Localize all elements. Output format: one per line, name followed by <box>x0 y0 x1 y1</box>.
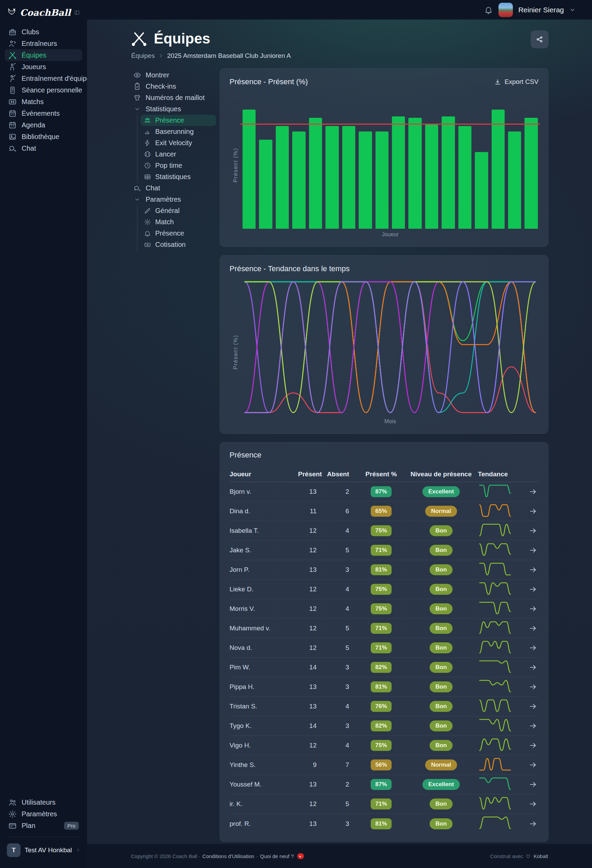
absent-count: 7 <box>326 761 358 769</box>
bar-jorn-p[interactable] <box>309 118 322 229</box>
row-arrow-icon[interactable] <box>529 683 537 691</box>
subnav-item-montrer[interactable]: Montrer <box>130 69 216 81</box>
sidebar-item-clubs[interactable]: Clubs <box>5 26 82 38</box>
bar-ir-k[interactable] <box>508 131 521 229</box>
bar-jake-s[interactable] <box>292 131 305 229</box>
sidebar-item-seance-personnelle[interactable]: Séance personnelle <box>5 84 82 96</box>
table-row-tygo-k[interactable]: Tygo K.14382%Bon <box>229 716 539 736</box>
subnav-item-parametres-general[interactable]: Général <box>141 205 216 216</box>
sidebar-item-equipes[interactable]: Équipes <box>5 49 82 61</box>
sidebar-item-evenements[interactable]: Événements <box>5 108 82 119</box>
right-column: Reinier Sierag Équipes Équipes <box>87 0 592 868</box>
bar-tygo-k[interactable] <box>442 117 454 229</box>
row-arrow-icon[interactable] <box>529 820 537 828</box>
row-arrow-icon[interactable] <box>529 800 537 808</box>
subnav-item-numeros-de-maillot[interactable]: Numéros de maillot <box>130 92 216 103</box>
bar-prof-r[interactable] <box>524 118 537 229</box>
sidebar-item-matchs[interactable]: Matchs <box>5 96 82 108</box>
export-csv-button[interactable]: Export CSV <box>494 78 539 86</box>
table-row-pippa-h[interactable]: Pippa H.13381%Bon <box>229 677 539 697</box>
table-row-prof-r[interactable]: prof. R.13381%Bon <box>229 814 539 833</box>
user-avatar[interactable] <box>499 3 513 17</box>
bar-lieke-d[interactable] <box>326 126 339 229</box>
row-arrow-icon[interactable] <box>529 722 537 730</box>
row-arrow-icon[interactable] <box>529 663 537 672</box>
sidebar-item-chat[interactable]: Chat <box>5 142 82 154</box>
subnav-item-statistiques-pop-time[interactable]: Pop time <box>141 160 216 171</box>
table-row-youssef-m[interactable]: Youssef M.13287%Excellent <box>229 775 539 794</box>
breadcrumb-root[interactable]: Équipes <box>131 52 155 60</box>
subnav-item-statistiques-baserunning[interactable]: Baserunning <box>141 126 216 137</box>
subnav-item-chat[interactable]: Chat <box>130 183 216 194</box>
subnav-item-parametres-presence[interactable]: Présence <box>141 228 216 239</box>
chevron-down-icon[interactable] <box>570 7 576 13</box>
workspace-switcher[interactable]: T Test AV Honkbal <box>5 843 82 858</box>
table-row-bjorn-v[interactable]: Bjorn v.13287%Excellent <box>229 482 539 502</box>
row-arrow-icon[interactable] <box>529 780 537 788</box>
table-row-muhammed-v[interactable]: Muhammed v.12571%Bon <box>229 619 539 638</box>
row-arrow-icon[interactable] <box>529 527 537 535</box>
bar-nova-d[interactable] <box>376 131 389 229</box>
table-row-jake-s[interactable]: Jake S.12571%Bon <box>229 541 539 560</box>
row-arrow-icon[interactable] <box>529 761 537 769</box>
whats-new-link[interactable]: Quoi de neuf ? <box>260 853 294 859</box>
terms-link[interactable]: Conditions d'Utilisation <box>203 853 254 859</box>
row-arrow-icon[interactable] <box>529 487 537 496</box>
sidebar-item-utilisateurs[interactable]: Utilisateurs <box>5 796 82 808</box>
table-row-nova-d[interactable]: Nova d.12571%Bon <box>229 638 539 658</box>
bar-muhammed-v[interactable] <box>359 131 372 229</box>
sidebar-item-entraineurs[interactable]: Entraîneurs <box>5 38 82 49</box>
sidebar-item-parametres[interactable]: Paramètres <box>5 808 82 820</box>
kobalt-brand-link[interactable]: Kobalt <box>533 853 548 859</box>
notifications-bell-icon[interactable] <box>484 6 493 15</box>
table-row-lieke-d[interactable]: Lieke D.12475%Bon <box>229 580 539 599</box>
table-row-vigo-h[interactable]: Vigo H.12475%Bon <box>229 736 539 755</box>
bar-yinthe-s[interactable] <box>475 152 488 229</box>
table-row-jorn-p[interactable]: Jorn P.13381%Bon <box>229 560 539 580</box>
sidebar-item-bibliotheque[interactable]: Bibliothèque <box>5 131 82 142</box>
row-arrow-icon[interactable] <box>529 644 537 652</box>
sidebar: CoachBall ClubsEntraîneursÉquipesJoueurs… <box>0 0 87 868</box>
sidebar-collapse-icon[interactable] <box>74 8 80 17</box>
sidebar-item-plan[interactable]: PlanPro <box>5 820 82 831</box>
table-row-isabella-t[interactable]: Isabella T.12475%Bon <box>229 521 539 541</box>
row-arrow-icon[interactable] <box>529 605 537 613</box>
bar-bjorn-v[interactable] <box>243 109 256 229</box>
bar-isabella-t[interactable] <box>276 126 289 229</box>
sidebar-item-joueurs[interactable]: Joueurs <box>5 61 82 72</box>
row-arrow-icon[interactable] <box>529 585 537 593</box>
logo[interactable]: CoachBall <box>5 6 82 26</box>
subnav-item-statistiques-statistiques[interactable]: Statistiques <box>141 171 216 183</box>
table-row-morris-v[interactable]: Morris V.12475%Bon <box>229 599 539 619</box>
subnav-item-statistiques-lancer[interactable]: Lancer <box>141 149 216 160</box>
table-row-tristan-s[interactable]: Tristan S.13476%Bon <box>229 697 539 716</box>
bar-pim-w[interactable] <box>392 117 405 229</box>
sidebar-item-entrainement-d-equipe[interactable]: Entraînement d'équipe <box>5 72 82 84</box>
subnav-item-parametres-cotisation[interactable]: Cotisation <box>141 239 216 250</box>
table-icon <box>144 173 151 180</box>
row-arrow-icon[interactable] <box>529 624 537 632</box>
bar-vigo-h[interactable] <box>458 126 471 229</box>
bar-morris-v[interactable] <box>342 126 355 229</box>
row-arrow-icon[interactable] <box>529 702 537 710</box>
subnav-item-statistiques-presence[interactable]: Présence <box>141 115 216 126</box>
bar-dina-d[interactable] <box>259 140 272 229</box>
subnav-item-parametres[interactable]: Paramètres <box>130 194 216 205</box>
subnav-item-check-ins[interactable]: Check-ins <box>130 81 216 92</box>
subnav-item-statistiques[interactable]: Statistiques <box>130 103 216 115</box>
bar-youssef-m[interactable] <box>491 109 505 229</box>
table-row-ir-k[interactable]: ir. K.12571%Bon <box>229 794 539 814</box>
sidebar-item-agenda[interactable]: Agenda <box>5 119 82 131</box>
bar-tristan-s[interactable] <box>425 125 438 229</box>
bar-pippa-h[interactable] <box>408 118 422 229</box>
table-row-pim-w[interactable]: Pim W.14382%Bon <box>229 658 539 677</box>
row-arrow-icon[interactable] <box>529 507 537 515</box>
table-row-yinthe-s[interactable]: Yinthe S.9756%Normal <box>229 755 539 775</box>
row-arrow-icon[interactable] <box>529 741 537 750</box>
row-arrow-icon[interactable] <box>529 546 537 554</box>
subnav-item-statistiques-exit-velocity[interactable]: Exit Velocity <box>141 137 216 149</box>
share-button[interactable] <box>531 31 549 48</box>
table-row-dina-d[interactable]: Dina d.11665%Normal <box>229 502 539 521</box>
row-arrow-icon[interactable] <box>529 565 537 574</box>
subnav-item-parametres-match[interactable]: Match <box>141 216 216 228</box>
